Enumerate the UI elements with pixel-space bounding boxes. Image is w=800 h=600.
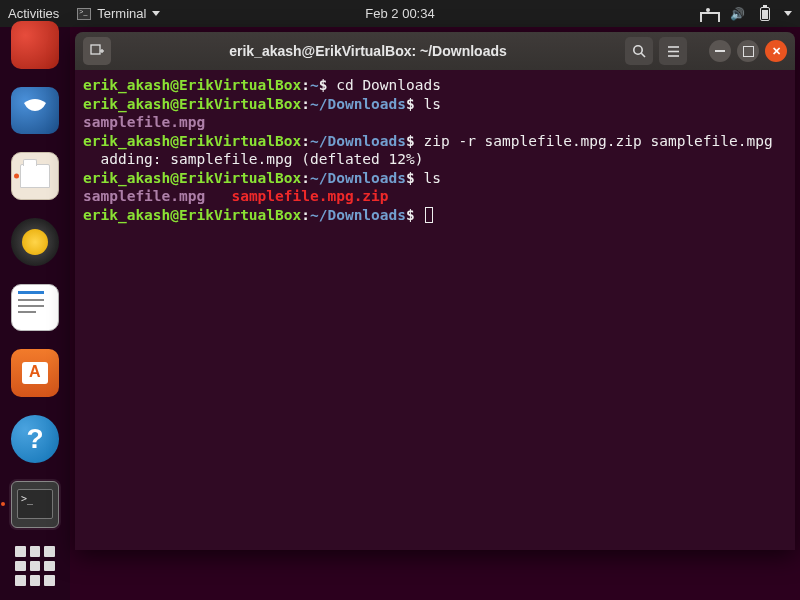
new-tab-button[interactable] xyxy=(83,37,111,65)
datetime-label: Feb 2 00:34 xyxy=(365,6,434,21)
chevron-down-icon xyxy=(152,11,160,16)
volume-icon xyxy=(730,6,746,22)
terminal-output[interactable]: erik_akash@ErikVirtualBox:~$ cd Download… xyxy=(75,70,795,550)
titlebar[interactable]: erik_akash@ErikVirtualBox: ~/Downloads xyxy=(75,32,795,70)
terminal-window: erik_akash@ErikVirtualBox: ~/Downloads e… xyxy=(75,32,795,550)
files-icon[interactable] xyxy=(11,152,59,200)
activities-label: Activities xyxy=(8,6,59,21)
help-icon[interactable]: ? xyxy=(11,415,59,463)
running-indicator-icon xyxy=(14,174,19,179)
dock: ? >_ xyxy=(0,27,70,600)
clock[interactable]: Feb 2 00:34 xyxy=(365,6,434,21)
show-applications-icon[interactable] xyxy=(15,546,55,586)
svg-point-4 xyxy=(633,45,641,53)
terminal-dock-icon[interactable]: >_ xyxy=(11,481,59,529)
hamburger-icon xyxy=(666,44,681,59)
svg-line-5 xyxy=(641,53,645,57)
terminal-line: samplefile.mpg samplefile.mpg.zip xyxy=(83,187,787,206)
terminal-line: erik_akash@ErikVirtualBox:~/Downloads$ z… xyxy=(83,132,787,151)
new-tab-icon xyxy=(90,44,104,58)
libreoffice-writer-icon[interactable] xyxy=(11,284,59,332)
svg-rect-1 xyxy=(91,45,100,54)
search-icon xyxy=(632,44,647,59)
terminal-icon xyxy=(77,8,91,20)
status-area[interactable] xyxy=(700,6,792,22)
close-button[interactable] xyxy=(765,40,787,62)
app-menu[interactable]: Terminal xyxy=(77,6,160,21)
terminal-line: adding: samplefile.mpg (deflated 12%) xyxy=(83,150,787,169)
terminal-line: erik_akash@ErikVirtualBox:~$ cd Download… xyxy=(83,76,787,95)
cursor xyxy=(425,207,433,223)
ubuntu-software-icon[interactable] xyxy=(11,349,59,397)
activities-button[interactable]: Activities xyxy=(8,6,59,21)
terminal-line: erik_akash@ErikVirtualBox:~/Downloads$ l… xyxy=(83,95,787,114)
battery-icon xyxy=(760,7,770,21)
rhythmbox-icon[interactable] xyxy=(11,218,59,266)
thunderbird-icon[interactable] xyxy=(11,87,59,135)
maximize-button[interactable] xyxy=(737,40,759,62)
menu-button[interactable] xyxy=(659,37,687,65)
chevron-down-icon xyxy=(784,11,792,16)
app-menu-label: Terminal xyxy=(97,6,146,21)
terminal-line: erik_akash@ErikVirtualBox:~/Downloads$ l… xyxy=(83,169,787,188)
search-button[interactable] xyxy=(625,37,653,65)
network-icon xyxy=(700,6,716,22)
trash-icon[interactable] xyxy=(11,21,59,69)
minimize-button[interactable] xyxy=(709,40,731,62)
terminal-line: samplefile.mpg xyxy=(83,113,787,132)
gnome-topbar: Activities Terminal Feb 2 00:34 xyxy=(0,0,800,27)
window-title: erik_akash@ErikVirtualBox: ~/Downloads xyxy=(117,43,619,59)
terminal-line: erik_akash@ErikVirtualBox:~/Downloads$ xyxy=(83,206,787,225)
